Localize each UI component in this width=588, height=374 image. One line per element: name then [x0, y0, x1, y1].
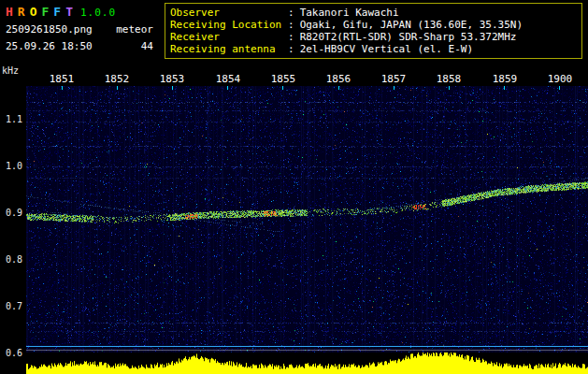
- y-tick-label: 0.9: [0, 208, 22, 218]
- y-tick-label: 1.0: [0, 161, 22, 171]
- y-tick-label: 0.8: [0, 254, 22, 265]
- info-value: 2el-HB9CV Vertical (el. E-W): [300, 43, 473, 55]
- x-tick-label: 1900: [548, 73, 573, 85]
- y-tick-label: 0.6: [0, 348, 22, 358]
- file-row: 2509261850.png meteor: [6, 23, 163, 36]
- output-filename: 2509261850.png: [6, 23, 93, 36]
- app-logo: HROFFT1.0.0: [6, 5, 163, 19]
- info-label: Receiver: [170, 31, 288, 43]
- hrofft-output-window: HROFFT1.0.0 2509261850.png meteor 25.09.…: [0, 0, 588, 374]
- logo-letter: F: [41, 5, 50, 19]
- y-tick-label: 1.1: [0, 114, 22, 124]
- station-info-box: Observer : Takanori Kawachi Receiving Lo…: [165, 3, 582, 59]
- info-value: R820T2(RTL-SDR) SDR-Sharp 53.372MHz: [300, 31, 517, 43]
- header-left: HROFFT1.0.0 2509261850.png meteor 25.09.…: [6, 5, 163, 52]
- info-row-receiver: Receiver : R820T2(RTL-SDR) SDR-Sharp 53.…: [170, 31, 577, 43]
- mode-label: meteor: [116, 23, 153, 36]
- info-row-observer: Observer : Takanori Kawachi: [170, 7, 577, 19]
- logo-letter: R: [18, 5, 26, 19]
- info-separator: :: [288, 31, 294, 43]
- logo-letter: F: [53, 5, 62, 19]
- x-tick-label: 1854: [216, 73, 241, 85]
- info-value: Takanori Kawachi: [300, 7, 399, 19]
- signal-level-graph-canvas: [26, 352, 588, 374]
- app-version: 1.0.0: [80, 7, 116, 19]
- time-axis: kHz 1851 1852 1853 1854 1855 1856 1857 1…: [0, 65, 588, 86]
- x-tick-label: 1853: [160, 73, 185, 85]
- x-tick-label: 1859: [493, 73, 518, 85]
- info-separator: :: [288, 19, 294, 31]
- x-tick-label: 1852: [105, 73, 130, 85]
- info-row-location: Receiving Location : Ogaki, Gifu, JAPAN …: [170, 19, 577, 31]
- x-tick-label: 1855: [271, 73, 296, 85]
- echo-count: 44: [141, 40, 153, 52]
- info-row-antenna: Receiving antenna : 2el-HB9CV Vertical (…: [170, 43, 577, 55]
- info-separator: :: [288, 43, 294, 55]
- y-tick-label: 0.7: [0, 301, 22, 311]
- info-separator: :: [288, 7, 294, 19]
- info-label: Receiving Location: [170, 19, 288, 31]
- info-label: Receiving antenna: [170, 43, 288, 55]
- y-axis-unit: kHz: [2, 65, 19, 76]
- x-tick-label: 1858: [437, 73, 462, 85]
- time-row: 25.09.26 18:50 44: [6, 40, 163, 52]
- info-label: Observer: [170, 7, 288, 19]
- header: HROFFT1.0.0 2509261850.png meteor 25.09.…: [0, 0, 588, 65]
- spectrogram-canvas: [26, 86, 588, 352]
- logo-letter: T: [65, 5, 74, 19]
- logo-letter: O: [30, 5, 38, 19]
- timestamp: 25.09.26 18:50: [6, 40, 93, 52]
- x-tick-label: 1857: [381, 73, 407, 85]
- x-tick-label: 1851: [50, 73, 75, 85]
- logo-letter: H: [6, 5, 14, 19]
- x-tick-label: 1856: [326, 73, 351, 85]
- info-value: Ogaki, Gifu, JAPAN (136.60E, 35.35N): [300, 19, 523, 31]
